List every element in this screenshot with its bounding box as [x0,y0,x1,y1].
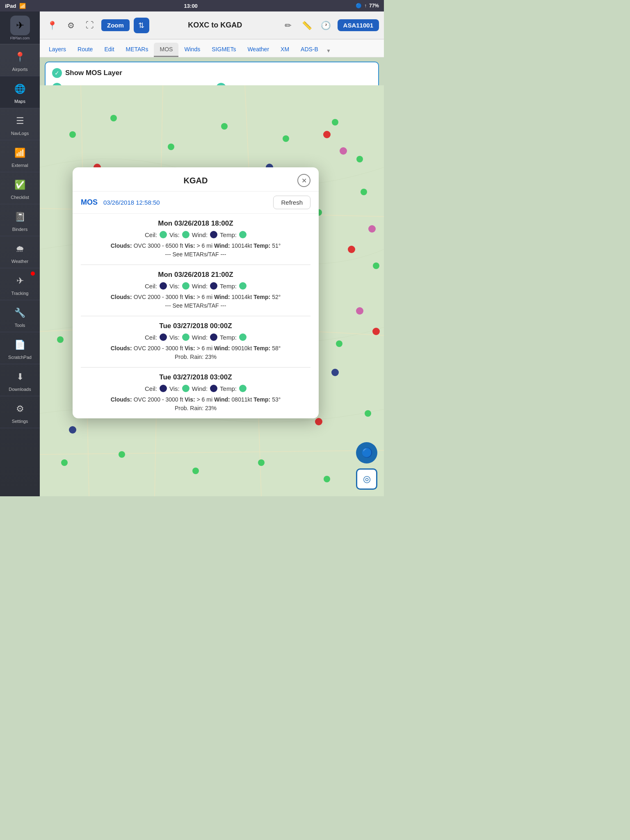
binders-icon: 📓 [12,209,28,225]
battery-label: 77% [369,3,379,9]
weather-label: Weather [11,259,28,264]
sidebar-item-external[interactable]: 📶 External [0,140,40,172]
sidebar-item-tracking[interactable]: ✈ Tracking [0,268,40,300]
sidebar-item-tools[interactable]: 🔧 Tools [0,300,40,332]
sidebar-item-navlogs[interactable]: ☰ NavLogs [0,108,40,140]
tab-metars[interactable]: METARs [120,43,154,57]
ceil-label-3: Ceil: [145,334,157,341]
svg-point-33 [324,476,330,482]
status-bar: iPad 📶 13:00 🔵 ↑ 77% [0,0,384,11]
zoom-button[interactable]: Zoom [101,19,130,31]
maps-icon: 🌐 [12,81,28,97]
downloads-label: Downloads [9,387,31,392]
sidebar-item-binders[interactable]: 📓 Binders [0,204,40,236]
svg-point-28 [365,410,371,417]
svg-point-4 [221,123,228,130]
modal-body: Mon 03/26/2018 18:00Z Ceil: Vis: Wind: T… [73,214,319,418]
temp-label-4: Temp: [220,385,237,392]
svg-point-45 [69,426,76,434]
sidebar-item-scratchpad[interactable]: 📄 ScratchPad [0,332,40,364]
sidebar-item-airports[interactable]: 📍 Airports [0,44,40,76]
forecast-4-time: Tue 03/27/2018 03:00Z [81,373,310,381]
wind-dot-4 [210,385,217,392]
modal-refresh-button[interactable]: Refresh [273,196,310,209]
ceil-dot-1 [160,231,167,238]
weather-icon: 🌧 [12,241,28,257]
svg-point-35 [348,246,355,253]
settings-label: Settings [12,419,28,424]
tracking-badge [31,272,35,276]
sidebar-item-maps[interactable]: 🌐 Maps [0,76,40,108]
settings-button[interactable]: ⚙ [64,18,78,33]
vis-dot-4 [182,385,189,392]
svg-point-13 [361,189,367,195]
forecast-3-time: Tue 03/27/2018 00:00Z [81,322,310,330]
target-button[interactable]: ◎ [356,468,377,490]
device-label: iPad [5,3,16,9]
vis-label-1: Vis: [169,231,180,238]
tab-route[interactable]: Route [72,43,98,57]
airports-label: Airports [12,67,28,72]
sidebar-item-checklist[interactable]: ✅ Checklist [0,172,40,204]
tab-winds[interactable]: Winds [178,43,206,57]
expand-button[interactable]: ⛶ [82,18,97,33]
sidebar-item-weather[interactable]: 🌧 Weather [0,236,40,268]
sort-button[interactable]: ⇅ [134,18,149,33]
logo-text: FltPlan.com [10,36,30,40]
external-label: External [11,163,28,168]
vis-label-3: Vis: [169,334,180,341]
tab-sigmets[interactable]: SIGMETs [206,43,242,57]
svg-point-44 [331,369,339,376]
tab-arrow: ▼ [324,48,333,57]
tab-edit[interactable]: Edit [98,43,120,57]
svg-point-29 [61,459,68,466]
svg-point-32 [258,459,265,466]
show-mos-check[interactable]: ✓ [52,68,62,78]
svg-point-30 [119,451,125,458]
external-icon: 📶 [12,145,28,161]
modal-close-button[interactable]: ✕ [297,174,310,187]
status-right: 🔵 ↑ 77% [356,3,379,9]
nav-tabs: Layers Route Edit METARs MOS Winds SIGME… [40,39,384,57]
temp-label-1: Temp: [220,231,237,238]
airports-icon: 📍 [12,49,28,65]
tab-weather[interactable]: Weather [242,43,275,57]
wind-dot-3 [210,333,217,341]
wifi-icon: 📶 [19,3,26,9]
ruler-button[interactable]: 📏 [300,18,315,33]
forecast-2-time: Mon 03/26/2018 21:00Z [81,271,310,279]
tab-xm[interactable]: XM [275,43,295,57]
svg-point-3 [168,144,174,150]
svg-point-18 [373,262,379,269]
location-button[interactable]: 📍 [45,18,59,33]
sidebar-item-settings[interactable]: ⚙ Settings [0,396,40,428]
tab-adsb[interactable]: ADS-B [295,43,324,57]
vis-label-4: Vis: [169,385,180,392]
modal-mos-label: MOS [81,198,98,207]
forecast-1-time: Mon 03/26/2018 18:00Z [81,219,310,228]
main-content: 📍 ⚙ ⛶ Zoom ⇅ KOXC to KGAD ✏ 📏 🕐 ASA11001… [40,11,384,496]
tab-layers[interactable]: Layers [43,43,72,57]
svg-point-47 [368,225,376,233]
aircraft-button[interactable]: ASA11001 [338,19,379,31]
temp-label-2: Temp: [220,283,237,290]
forecast-2-details: Clouds: OVC 2000 - 3000 ft Vis: > 6 mi W… [81,293,310,310]
settings-icon: ⚙ [12,401,28,417]
temp-dot-1 [239,231,247,238]
forecast-2: Mon 03/26/2018 21:00Z Ceil: Vis: Wind: T… [81,265,310,316]
wind-dot-1 [210,231,217,238]
scratchpad-icon: 📄 [12,337,28,353]
edit-button[interactable]: ✏ [281,18,296,33]
compass-button[interactable]: 🔵 [356,442,377,463]
wind-label-3: Wind: [192,334,208,341]
sidebar-item-downloads[interactable]: ⬇ Downloads [0,364,40,396]
vis-dot-2 [182,282,189,290]
status-left: iPad 📶 [5,3,26,9]
tab-mos[interactable]: MOS [154,43,178,57]
clock-button[interactable]: 🕐 [319,18,333,33]
svg-point-6 [332,119,338,126]
svg-point-36 [372,328,380,335]
forecast-3: Tue 03/27/2018 00:00Z Ceil: Vis: Wind: T… [81,316,310,368]
modal-subheader: MOS 03/26/2018 12:58:50 Refresh [73,192,319,214]
bluetooth-icon: 🔵 [356,3,362,9]
